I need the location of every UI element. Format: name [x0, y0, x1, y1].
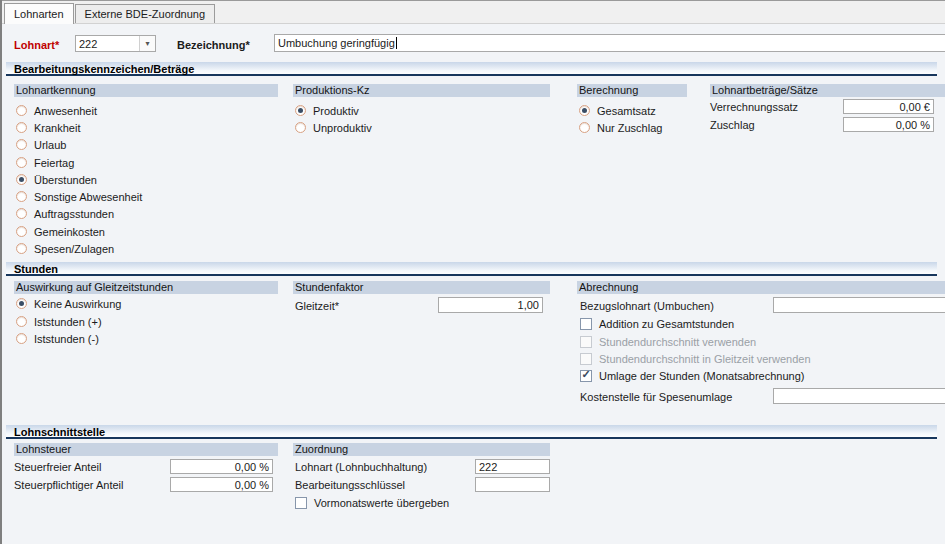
bezeichnung-input-text: Umbuchung geringfügig — [278, 37, 395, 49]
checkbox-icon: ✓ — [295, 497, 307, 509]
steuerpflichtiger-anteil-input[interactable]: 0,00 % — [170, 477, 273, 492]
radio-label: Gemeinkosten — [34, 226, 105, 238]
kostenstelle-input[interactable] — [773, 388, 945, 404]
group-header-lohnartkennung: Lohnartkennung — [14, 84, 278, 97]
bezeichnung-label: Bezeichnung* — [177, 39, 250, 52]
radio-label: Sonstige Abwesenheit — [34, 191, 142, 203]
lohnarten-window: Lohnarten Externe BDE-Zuordnung Lohnart*… — [0, 0, 945, 544]
radio-icon — [579, 105, 590, 116]
steuerpflichtiger-anteil-label: Steuerpflichtiger Anteil — [14, 479, 123, 492]
zuschlag-input[interactable]: 0,00 % — [843, 117, 934, 132]
radio-label: Unproduktiv — [313, 122, 372, 134]
radio-icon — [16, 191, 27, 202]
group-header-auswirkung: Auswirkung auf Gleitzeitstunden — [14, 281, 278, 294]
radio-label: Produktiv — [313, 105, 359, 117]
radio-label: Iststunden (-) — [34, 333, 99, 345]
bezugslohnart-input[interactable] — [773, 297, 945, 313]
checkbox-label: Stundendurchschnitt in Gleitzeit verwend… — [599, 353, 811, 365]
radio-icon — [16, 139, 27, 150]
radio-option-krankheit[interactable]: Krankheit — [16, 121, 80, 134]
checkbox-stundendurchschnitt-gleitzeit: ✓ Stundendurchschnitt in Gleitzeit verwe… — [580, 352, 811, 365]
radio-label: Feiertag — [34, 157, 74, 169]
radio-option-nur-zuschlag[interactable]: Nur Zuschlag — [579, 121, 662, 134]
group-header-lohnartbetraege: Lohnartbeträge/Sätze — [710, 84, 945, 97]
group-header-stundenfaktor: Stundenfaktor — [293, 281, 550, 294]
verrechnungssatz-input[interactable]: 0,00 € — [843, 99, 934, 114]
radio-option-spesen-zulagen[interactable]: Spesen/Zulagen — [16, 242, 114, 255]
checkbox-icon: ✓ — [580, 336, 592, 348]
lohnart-lohnbuchhaltung-input[interactable]: 222 — [475, 459, 550, 474]
checkbox-icon: ✓ — [580, 353, 592, 365]
radio-option-auftragsstunden[interactable]: Auftragsstunden — [16, 207, 114, 220]
group-header-zuordnung: Zuordnung — [293, 443, 550, 456]
radio-label: Keine Auswirkung — [34, 298, 121, 310]
checkbox-addition-zu-gesamtstunden[interactable]: ✓ Addition zu Gesamtstunden — [580, 317, 734, 330]
text-cursor — [396, 37, 397, 49]
radio-option-produktiv[interactable]: Produktiv — [295, 104, 359, 117]
radio-option-ueberstunden[interactable]: Überstunden — [16, 173, 97, 186]
radio-icon — [16, 157, 27, 168]
radio-option-urlaub[interactable]: Urlaub — [16, 138, 66, 151]
steuerfreier-anteil-input[interactable]: 0,00 % — [170, 459, 273, 474]
lohnart-combobox-value: 222 — [76, 36, 139, 51]
section-header-stunden: Stunden — [6, 262, 937, 276]
radio-icon — [16, 243, 27, 254]
checkbox-label: Addition zu Gesamtstunden — [599, 318, 734, 330]
kostenstelle-label: Kostenstelle für Spesenumlage — [580, 391, 732, 404]
gleitzeit-label: Gleitzeit* — [295, 300, 339, 313]
checkbox-stundendurchschnitt-verwenden: ✓ Stundendurchschnitt verwenden — [580, 335, 756, 348]
bearbeitungsschluessel-label: Bearbeitungsschlüssel — [295, 479, 405, 492]
radio-icon — [16, 333, 27, 344]
chevron-down-icon[interactable]: ▾ — [139, 36, 155, 51]
bearbeitungsschluessel-input[interactable] — [475, 477, 550, 492]
radio-option-iststunden-plus[interactable]: Iststunden (+) — [16, 315, 102, 328]
group-header-lohnsteuer: Lohnsteuer — [14, 443, 278, 456]
radio-label: Nur Zuschlag — [597, 122, 662, 134]
radio-icon — [16, 226, 27, 237]
checkbox-umlage-der-stunden[interactable]: ✓ Umlage der Stunden (Monatsabrechnung) — [580, 369, 804, 382]
radio-icon — [16, 122, 27, 133]
radio-option-unproduktiv[interactable]: Unproduktiv — [295, 121, 372, 134]
checkbox-label: Umlage der Stunden (Monatsabrechnung) — [599, 370, 804, 382]
group-header-abrechnung: Abrechnung — [577, 281, 945, 294]
gleitzeit-input[interactable]: 1,00 — [438, 297, 543, 313]
radio-label: Überstunden — [34, 174, 97, 186]
radio-option-gemeinkosten[interactable]: Gemeinkosten — [16, 225, 105, 238]
bezugslohnart-label: Bezugslohnart (Umbuchen) — [580, 300, 714, 313]
checkbox-vormonatswerte-uebergeben[interactable]: ✓ Vormonatswerte übergeben — [295, 496, 449, 509]
radio-label: Iststunden (+) — [34, 316, 102, 328]
radio-option-feiertag[interactable]: Feiertag — [16, 156, 74, 169]
zuschlag-label: Zuschlag — [710, 119, 755, 132]
radio-option-sonstige-abwesenheit[interactable]: Sonstige Abwesenheit — [16, 190, 142, 203]
bezeichnung-input[interactable]: Umbuchung geringfügig — [274, 34, 945, 52]
radio-icon — [16, 316, 27, 327]
tab-lohnarten[interactable]: Lohnarten — [4, 3, 74, 24]
radio-label: Anwesenheit — [34, 105, 97, 117]
radio-option-anwesenheit[interactable]: Anwesenheit — [16, 104, 97, 117]
radio-icon — [16, 208, 27, 219]
radio-icon — [579, 122, 590, 133]
checkbox-icon: ✓ — [580, 370, 592, 382]
radio-option-gesamtsatz[interactable]: Gesamtsatz — [579, 104, 656, 117]
checkmark-icon: ✓ — [581, 369, 590, 380]
radio-option-keine-auswirkung[interactable]: Keine Auswirkung — [16, 297, 121, 310]
radio-label: Gesamtsatz — [597, 105, 656, 117]
radio-label: Spesen/Zulagen — [34, 243, 114, 255]
verrechnungssatz-label: Verrechnungssatz — [710, 101, 798, 114]
section-header-lohnschnittstelle: Lohnschnittstelle — [6, 425, 937, 439]
steuerfreier-anteil-label: Steuerfreier Anteil — [14, 461, 101, 474]
lohnart-lohnbuchhaltung-label: Lohnart (Lohnbuchhaltung) — [295, 461, 427, 474]
radio-label: Krankheit — [34, 122, 80, 134]
radio-label: Auftragsstunden — [34, 208, 114, 220]
radio-icon — [16, 174, 27, 185]
lohnart-label: Lohnart* — [14, 39, 59, 52]
lohnart-combobox[interactable]: 222 ▾ — [75, 35, 156, 52]
radio-option-iststunden-minus[interactable]: Iststunden (-) — [16, 332, 99, 345]
tab-strip: Lohnarten Externe BDE-Zuordnung — [2, 1, 945, 24]
tab-externe-bde-zuordnung[interactable]: Externe BDE-Zuordnung — [75, 4, 215, 23]
checkbox-label: Stundendurchschnitt verwenden — [599, 336, 756, 348]
radio-icon — [295, 105, 306, 116]
radio-label: Urlaub — [34, 139, 66, 151]
radio-icon — [16, 298, 27, 309]
radio-icon — [16, 105, 27, 116]
